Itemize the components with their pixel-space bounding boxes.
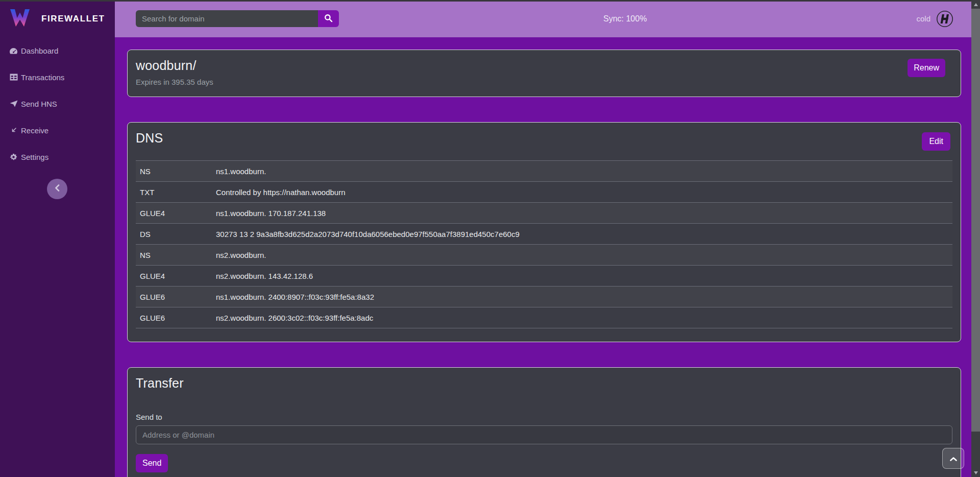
record-type: TXT	[136, 182, 212, 203]
record-value: ns2.woodburn.	[212, 245, 952, 266]
table-row: GLUE6 ns1.woodburn. 2400:8907::f03c:93ff…	[136, 287, 952, 307]
sync-status: Sync: 100%	[603, 0, 647, 37]
table-row: NS ns1.woodburn.	[136, 161, 952, 182]
sidebar-item-label: Dashboard	[21, 46, 58, 55]
firewallet-logo-icon	[10, 9, 30, 29]
record-value: ns2.woodburn. 2600:3c02::f03c:93ff:fe5a:…	[212, 307, 952, 328]
dns-title: DNS	[136, 131, 952, 146]
record-type: GLUE6	[136, 307, 212, 328]
record-type: GLUE6	[136, 287, 212, 307]
domain-title: woodburn/	[136, 58, 952, 73]
sidebar-item-transactions[interactable]: Transactions	[0, 64, 115, 90]
sidebar: FIREWALLET Dashboard Transactions Send H…	[0, 0, 115, 477]
record-value: Controlled by https://nathan.woodburn	[212, 182, 952, 203]
transactions-icon	[9, 74, 18, 81]
record-value: ns1.woodburn. 2400:8907::f03c:93ff:fe5a:…	[212, 287, 952, 307]
record-value: ns1.woodburn.	[212, 161, 952, 182]
sidebar-item-send-hns[interactable]: Send HNS	[0, 90, 115, 117]
window-top-edge	[0, 0, 980, 2]
brand-name: FIREWALLET	[41, 14, 105, 24]
wallet-indicator: cold	[916, 0, 953, 37]
brand: FIREWALLET	[0, 0, 115, 29]
handshake-icon[interactable]	[936, 10, 953, 28]
topbar: Sync: 100% cold	[115, 0, 980, 37]
send-icon	[9, 100, 18, 107]
scrollbar-thumb[interactable]	[971, 9, 980, 432]
scrollbar-down-arrow-icon[interactable]	[971, 468, 980, 477]
wallet-name: cold	[916, 14, 930, 23]
table-row: GLUE4 ns1.woodburn. 170.187.241.138	[136, 203, 952, 224]
sidebar-nav: Dashboard Transactions Send HNS Receive …	[0, 37, 115, 170]
domain-search	[136, 10, 339, 27]
record-value: ns1.woodburn. 170.187.241.138	[212, 203, 952, 224]
sidebar-item-label: Transactions	[21, 73, 64, 82]
domain-card: woodburn/ Expires in 395.35 days Renew	[127, 50, 961, 97]
record-value: 30273 13 2 9a3a8fb3d625d2a2073d740f10da6…	[212, 224, 952, 245]
transfer-address-input[interactable]	[136, 425, 952, 444]
record-type: DS	[136, 224, 212, 245]
transfer-card: Transfer Send to Send	[127, 367, 961, 477]
scrollbar-up-arrow-icon[interactable]	[971, 0, 980, 9]
sidebar-item-receive[interactable]: Receive	[0, 117, 115, 144]
edit-dns-button[interactable]: Edit	[922, 132, 950, 151]
record-type: GLUE4	[136, 203, 212, 224]
sidebar-item-label: Send HNS	[21, 100, 57, 108]
chevron-up-icon	[950, 454, 957, 463]
sidebar-item-dashboard[interactable]: Dashboard	[0, 37, 115, 64]
vertical-scrollbar[interactable]	[971, 0, 980, 477]
send-to-label: Send to	[136, 413, 952, 421]
table-row: GLUE4 ns2.woodburn. 143.42.128.6	[136, 266, 952, 287]
record-type: GLUE4	[136, 266, 212, 287]
record-type: NS	[136, 161, 212, 182]
table-row: DS 30273 13 2 9a3a8fb3d625d2a2073d740f10…	[136, 224, 952, 245]
scroll-to-top-button[interactable]	[942, 448, 964, 469]
table-row: GLUE6 ns2.woodburn. 2600:3c02::f03c:93ff…	[136, 307, 952, 328]
domain-expiry: Expires in 395.35 days	[136, 78, 952, 86]
table-row: NS ns2.woodburn.	[136, 245, 952, 266]
search-button[interactable]	[318, 10, 339, 27]
main-content: woodburn/ Expires in 395.35 days Renew D…	[115, 37, 980, 477]
dns-records-table: NS ns1.woodburn. TXT Controlled by https…	[136, 160, 952, 328]
transfer-title: Transfer	[136, 376, 952, 391]
dns-card: DNS Edit NS ns1.woodburn. TXT Controlled…	[127, 122, 961, 342]
record-type: NS	[136, 245, 212, 266]
search-input[interactable]	[136, 10, 318, 27]
chevron-left-icon	[55, 184, 60, 194]
dashboard-icon	[9, 47, 18, 55]
sidebar-item-settings[interactable]: Settings	[0, 144, 115, 170]
send-button[interactable]: Send	[136, 454, 168, 472]
renew-button[interactable]: Renew	[908, 59, 945, 77]
table-row: TXT Controlled by https://nathan.woodbur…	[136, 182, 952, 203]
search-icon	[324, 14, 333, 24]
sidebar-item-label: Settings	[21, 153, 48, 161]
sidebar-collapse-button[interactable]	[47, 179, 67, 199]
settings-icon	[9, 153, 18, 161]
record-value: ns2.woodburn. 143.42.128.6	[212, 266, 952, 287]
receive-icon	[9, 127, 18, 134]
sidebar-item-label: Receive	[21, 126, 48, 135]
